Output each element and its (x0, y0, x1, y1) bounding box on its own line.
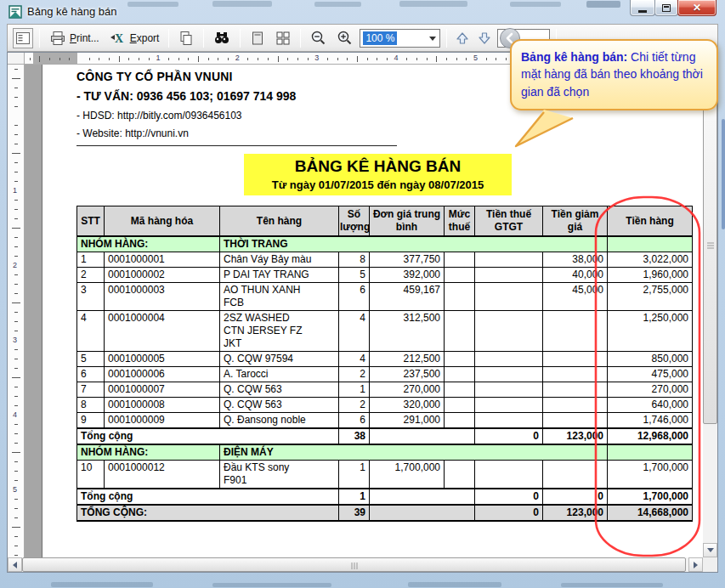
item-cell: 0001000002 (105, 268, 220, 283)
col-header-code: Mã hàng hóa (105, 206, 220, 237)
scroll-right-button[interactable] (688, 557, 703, 572)
ruler-tick (14, 88, 18, 88)
ruler-tick (486, 58, 487, 60)
item-cell: 4 (339, 352, 370, 367)
zoom-level-combobox[interactable]: 100 % (360, 29, 440, 48)
multi-page-view-button[interactable] (272, 28, 294, 48)
item-cell: 0001000012 (105, 461, 220, 489)
find-button[interactable] (210, 28, 234, 48)
single-page-icon (250, 31, 265, 46)
ruler-tick (128, 58, 129, 60)
ruler-tick (14, 144, 18, 144)
item-cell: 1,700,000 (608, 461, 693, 489)
ruler-tick (14, 209, 18, 210)
item-cell: 1 (339, 461, 370, 489)
export-button[interactable]: X Export (106, 28, 163, 48)
ruler-tick (168, 58, 169, 60)
group-header-row: NHÓM HÀNG:ĐIỆN MÁY (77, 444, 693, 461)
callout-annotation: Bảng kê hàng bán: Chi tiết từng mặt hàng… (510, 39, 718, 110)
item-cell: 0001000009 (105, 413, 220, 429)
ruler-tick (119, 56, 120, 62)
grand-total-vat: 0 (475, 505, 543, 521)
arrow-down-icon (707, 548, 714, 552)
previous-page-button[interactable] (453, 29, 472, 48)
ruler-tick (14, 405, 18, 406)
item-cell: 2 (77, 268, 105, 283)
ruler-tick (89, 58, 90, 60)
item-cell (543, 413, 608, 429)
col-header-qty: Số lượng (339, 206, 370, 237)
restore-button[interactable] (654, 0, 678, 16)
copy-icon (178, 31, 194, 46)
ruler-number: 5 (13, 485, 17, 494)
close-button[interactable]: ✕ (677, 0, 717, 16)
horizontal-scroll-thumb[interactable] (22, 557, 686, 572)
item-cell: 0001000006 (105, 367, 220, 382)
ruler-tick (337, 58, 338, 60)
vertical-scroll-thumb[interactable] (703, 67, 717, 424)
col-header-stt: STT (77, 206, 105, 237)
ruler-number: 4 (13, 410, 17, 419)
item-cell (543, 398, 608, 413)
item-row: 20001000002P DAI TAY TRANG5392,00040,000… (77, 268, 693, 283)
ruler-tick (14, 172, 18, 172)
ruler-tick (14, 125, 18, 126)
item-row: 100001000012Đầu KTS sony F90111,700,0001… (77, 461, 693, 489)
item-cell: 7 (77, 382, 105, 398)
scroll-down-button[interactable] (703, 543, 717, 557)
item-cell: 6 (339, 283, 370, 311)
ruler-tick (446, 58, 447, 60)
ruler-tick (14, 546, 18, 546)
item-cell: 212,500 (370, 352, 445, 367)
item-cell: 38,000 (543, 252, 608, 268)
item-row: 90001000009Q. Đansong noble6291,0001,746… (77, 413, 693, 429)
item-cell (475, 461, 543, 489)
item-cell (445, 283, 475, 311)
scroll-left-button[interactable] (8, 557, 22, 572)
subtotal-vat: 0 (475, 428, 543, 444)
zoom-out-button[interactable] (307, 27, 330, 48)
document-map-button[interactable] (13, 28, 33, 48)
subtotal-label: Tổng cộng (77, 489, 339, 505)
arrow-right-icon (694, 562, 698, 568)
ruler-tick (178, 58, 179, 60)
vertical-scrollbar[interactable] (703, 53, 717, 557)
item-cell: 2 (339, 398, 370, 413)
zoom-out-icon (310, 30, 326, 46)
item-cell: 0001000004 (105, 311, 220, 352)
item-cell: 850,000 (608, 352, 693, 367)
item-cell: 4 (339, 311, 370, 352)
ruler-tick (14, 536, 18, 537)
group-amount-blank (608, 444, 693, 461)
item-row: 400010000042SZ WASHED CTN JERSEY FZ JKT4… (77, 311, 693, 352)
horizontal-scrollbar[interactable] (8, 557, 703, 572)
item-cell (445, 268, 475, 283)
subtotal-amount: 12,968,000 (608, 428, 693, 444)
ruler-tick (466, 58, 467, 60)
col-header-avg-price: Đơn giá trung bình (370, 206, 445, 237)
print-button[interactable]: Print... (46, 28, 103, 48)
col-header-discount: Tiền giảm giá (543, 206, 608, 237)
background-artifact (212, 583, 331, 587)
item-cell: Chân Váy Bảy màu (220, 252, 339, 268)
single-page-view-button[interactable] (246, 28, 269, 48)
subtotal-qty: 38 (339, 428, 370, 444)
zoom-in-button[interactable] (333, 27, 356, 48)
group-label: NHÓM HÀNG: (77, 236, 220, 252)
item-cell (475, 252, 543, 268)
item-cell: 3 (77, 283, 105, 311)
ruler-tick (208, 58, 209, 60)
ruler-tick (198, 56, 199, 62)
next-page-button[interactable] (475, 29, 494, 48)
grand-total-row: TỔNG CỘNG:390123,00014,668,000 (77, 505, 693, 521)
copy-button[interactable] (175, 28, 197, 48)
ruler-tick (99, 58, 99, 60)
ruler-tick (14, 331, 18, 331)
item-cell: 640,000 (608, 398, 693, 413)
ruler-tick (14, 284, 18, 285)
item-cell (475, 413, 543, 429)
ruler-tick (14, 237, 18, 238)
minimize-button[interactable] (630, 0, 655, 16)
ruler-tick (39, 56, 40, 62)
ruler-tick (14, 106, 18, 107)
